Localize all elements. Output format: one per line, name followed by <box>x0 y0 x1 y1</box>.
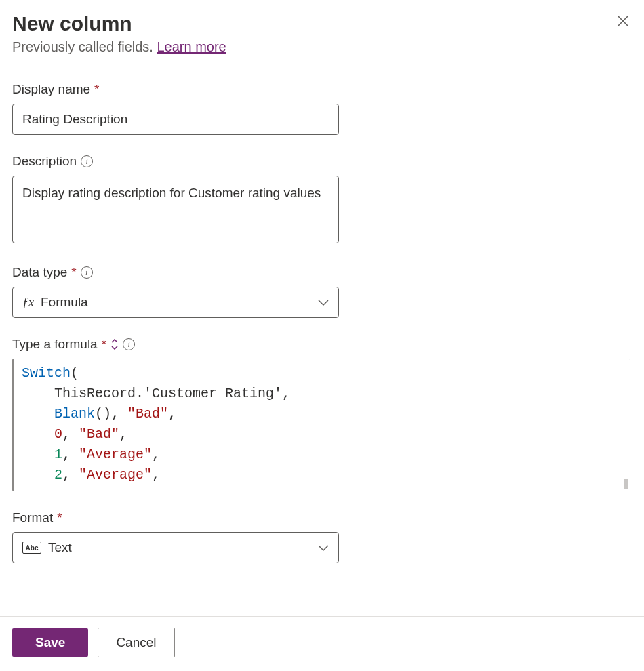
display-name-field: Display name * <box>12 82 632 135</box>
fx-icon: ƒx <box>22 296 34 310</box>
abc-icon: Abc <box>22 542 41 554</box>
format-select[interactable]: Abc Text <box>12 532 339 563</box>
subtitle-text: Previously called fields. <box>12 39 157 54</box>
info-icon[interactable]: i <box>81 155 93 167</box>
data-type-label: Data type * i <box>12 265 632 280</box>
panel-footer: Save Cancel <box>0 616 644 671</box>
tok: Blank <box>54 406 95 422</box>
format-label-text: Format <box>12 510 53 525</box>
tok: ThisRecord <box>54 386 136 401</box>
description-input[interactable] <box>12 176 339 243</box>
learn-more-link[interactable]: Learn more <box>157 39 226 54</box>
tok: "Bad" <box>127 406 168 422</box>
close-icon[interactable] <box>614 12 632 33</box>
required-asterisk: * <box>102 337 106 352</box>
format-label: Format * <box>12 510 632 525</box>
data-type-select[interactable]: ƒx Formula <box>12 287 339 318</box>
required-asterisk: * <box>71 265 76 280</box>
tok: "Average" <box>79 447 152 462</box>
save-button[interactable]: Save <box>12 628 88 657</box>
formula-field: Type a formula * i Switch( ThisRecord.'C… <box>12 337 632 491</box>
format-value: Text <box>48 540 72 555</box>
cancel-button[interactable]: Cancel <box>98 628 174 657</box>
formula-label-text: Type a formula <box>12 337 98 352</box>
panel-header: New column <box>12 12 632 39</box>
format-field: Format * Abc Text <box>12 510 632 563</box>
panel-subtitle: Previously called fields. Learn more <box>12 39 632 55</box>
required-asterisk: * <box>94 82 99 97</box>
tok: Switch <box>22 365 71 381</box>
data-type-value: Formula <box>41 295 88 310</box>
new-column-panel: New column Previously called fields. Lea… <box>0 0 644 671</box>
tok: 1 <box>54 447 62 462</box>
required-asterisk: * <box>57 510 62 525</box>
data-type-field: Data type * i ƒx Formula <box>12 265 632 318</box>
description-field: Description i <box>12 154 632 246</box>
chevron-down-icon <box>318 295 329 310</box>
tok: 'Customer Rating' <box>144 386 282 401</box>
data-type-label-text: Data type <box>12 265 67 280</box>
tok: "Bad" <box>79 426 119 442</box>
display-name-label: Display name * <box>12 82 632 97</box>
formula-editor[interactable]: Switch( ThisRecord.'Customer Rating', Bl… <box>12 359 630 491</box>
tok: 0 <box>54 426 62 442</box>
chevron-down-icon <box>318 540 329 555</box>
formula-label: Type a formula * i <box>12 337 632 352</box>
tok: 2 <box>54 467 62 483</box>
description-label-text: Description <box>12 154 77 169</box>
scrollbar-handle[interactable] <box>624 479 628 489</box>
description-label: Description i <box>12 154 632 169</box>
display-name-label-text: Display name <box>12 82 90 97</box>
expand-icon[interactable] <box>110 339 119 350</box>
info-icon[interactable]: i <box>81 266 93 279</box>
display-name-input[interactable] <box>12 104 339 135</box>
info-icon[interactable]: i <box>123 338 135 350</box>
panel-title: New column <box>12 12 132 35</box>
tok: "Average" <box>79 467 152 483</box>
